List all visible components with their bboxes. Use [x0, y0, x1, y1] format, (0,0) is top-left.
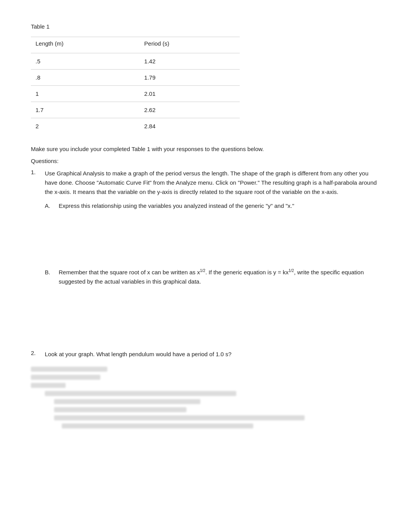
sub-a-letter: A.	[45, 201, 59, 211]
cell-r0-c0: .5	[31, 53, 140, 70]
col-header-length: Length (m)	[31, 37, 140, 53]
sub-item-a: A. Express this relationship using the v…	[45, 201, 379, 211]
table-row: 22.84	[31, 118, 240, 134]
answer-space-b	[45, 289, 379, 343]
answer-space-a	[45, 214, 379, 268]
question-1-text: Use Graphical Analysis to make a graph o…	[45, 170, 377, 195]
question-2: 2. Look at your graph. What length pendu…	[31, 350, 379, 359]
cell-r3-c1: 2.62	[140, 102, 240, 118]
table-row: 1.72.62	[31, 102, 240, 118]
question-1-body: Use Graphical Analysis to make a graph o…	[45, 169, 379, 343]
sub-a-text: Express this relationship using the vari…	[59, 201, 379, 211]
cell-r4-c1: 2.84	[140, 118, 240, 134]
cell-r1-c1: 1.79	[140, 70, 240, 86]
blurred-line	[54, 407, 186, 412]
sub-b-letter: B.	[45, 268, 59, 286]
col-header-period: Period (s)	[140, 37, 240, 53]
blurred-line	[31, 367, 107, 372]
cell-r4-c0: 2	[31, 118, 140, 134]
cell-r2-c0: 1	[31, 86, 140, 102]
cell-r2-c1: 2.01	[140, 86, 240, 102]
question-1: 1. Use Graphical Analysis to make a grap…	[31, 169, 379, 343]
sub-item-b: B. Remember that the square root of x ca…	[45, 268, 379, 286]
table-header-row: Length (m) Period (s)	[31, 37, 240, 53]
question-2-number: 2.	[31, 350, 45, 359]
table-row: 12.01	[31, 86, 240, 102]
cell-r3-c0: 1.7	[31, 102, 140, 118]
questions-container: 1. Use Graphical Analysis to make a grap…	[31, 169, 379, 359]
table-title: Table 1	[31, 23, 379, 30]
question-1-number: 1.	[31, 169, 45, 343]
questions-label: Questions:	[31, 158, 379, 164]
blurred-line	[45, 391, 236, 396]
question-2-text: Look at your graph. What length pendulum…	[45, 350, 379, 359]
sub-list-q1: A. Express this relationship using the v…	[45, 201, 379, 343]
cell-r1-c0: .8	[31, 70, 140, 86]
table-row: .81.79	[31, 70, 240, 86]
blurred-line	[54, 415, 305, 420]
cell-r0-c1: 1.42	[140, 53, 240, 70]
blurred-line	[31, 375, 100, 380]
sub-b-text: Remember that the square root of x can b…	[59, 268, 379, 286]
table-row: .51.42	[31, 53, 240, 70]
intro-text: Make sure you include your completed Tab…	[31, 145, 379, 154]
blurred-line	[54, 399, 200, 404]
blurred-line	[62, 423, 253, 428]
blurred-content	[31, 367, 379, 428]
data-table: Length (m) Period (s) .51.42.81.7912.011…	[31, 37, 240, 134]
blurred-line	[31, 383, 66, 388]
